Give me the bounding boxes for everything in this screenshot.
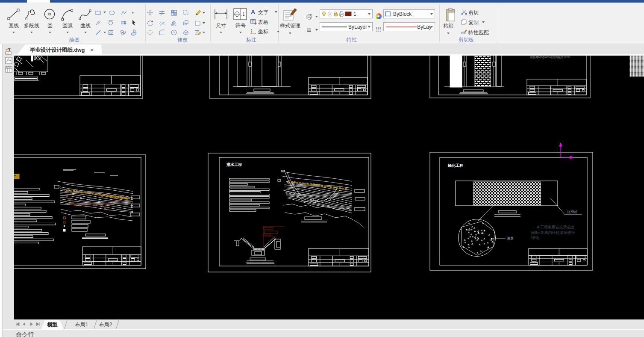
region-icon[interactable] <box>130 29 137 36</box>
circle-icon[interactable] <box>43 8 57 21</box>
lasso-icon[interactable] <box>147 29 153 36</box>
paste-icon[interactable] <box>444 7 456 22</box>
symbol-button[interactable]: 符号 <box>231 22 250 28</box>
rectangle-arrow[interactable] <box>103 12 106 15</box>
command-line[interactable]: 命令行 <box>14 330 644 337</box>
circle-button[interactable]: 圆 <box>41 22 59 28</box>
linetype-combo-arrow[interactable] <box>368 26 371 29</box>
line-icon[interactable] <box>7 8 21 21</box>
symbol-icon[interactable]: .1 <box>233 8 247 21</box>
lineweight-combo[interactable]: ByLay <box>383 22 435 31</box>
polyline2-icon[interactable] <box>121 9 127 16</box>
layer-combo[interactable]: 1 <box>320 9 373 18</box>
polyline-arrow[interactable] <box>30 32 33 35</box>
offset-icon[interactable] <box>159 20 165 27</box>
edit-icon[interactable] <box>194 9 201 16</box>
drawing-canvas[interactable]: 锚筋用M8@400锚固内距为1200排水工程绿化工程抗滑桩灌草本工程采用在抗滑桩… <box>14 56 644 319</box>
chamfer-icon[interactable] <box>159 29 165 36</box>
circle2-arrow[interactable] <box>49 32 51 35</box>
line-button[interactable]: 直线 <box>4 22 23 28</box>
spline-arrow[interactable] <box>84 32 87 35</box>
layer-combo-arrow[interactable] <box>368 13 371 16</box>
construction-line-icon[interactable] <box>95 29 102 36</box>
symbol-arrow[interactable] <box>239 32 242 35</box>
select-arrow-icon[interactable] <box>131 19 138 26</box>
tab-layout1[interactable]: 布局1 <box>72 320 91 329</box>
array-icon[interactable] <box>171 9 177 16</box>
spin-icon[interactable] <box>171 29 177 36</box>
table-icon[interactable] <box>250 18 257 25</box>
rectangle-icon[interactable] <box>95 9 102 16</box>
mirror-icon[interactable] <box>171 20 177 27</box>
file-tab-close-icon[interactable]: × <box>90 46 94 53</box>
list-icon[interactable] <box>306 27 313 33</box>
color-wheel-icon[interactable] <box>375 13 382 20</box>
linetype-combo[interactable]: ByLayer <box>320 22 373 31</box>
color-combo[interactable]: ByBlock <box>383 9 435 18</box>
polyline-icon[interactable] <box>25 8 38 21</box>
layer-panel-icon[interactable] <box>4 56 14 65</box>
arc-button[interactable]: 圆弧 <box>58 22 77 28</box>
spline-icon[interactable] <box>79 8 92 21</box>
spline-button[interactable]: 曲线 <box>76 22 95 28</box>
dimension-icon[interactable] <box>213 8 229 21</box>
lineweight-lines-icon[interactable] <box>375 26 382 33</box>
polyline-button[interactable]: 多段线 <box>22 22 41 28</box>
text-icon[interactable]: A <box>250 8 257 15</box>
point-icon[interactable] <box>131 9 138 16</box>
move-icon[interactable] <box>147 9 153 16</box>
style-manager-button[interactable]: 样式管理 <box>278 22 303 28</box>
erase-icon[interactable] <box>194 20 201 27</box>
arc-arrow[interactable] <box>66 32 69 35</box>
paste-arrow[interactable] <box>447 33 450 35</box>
text-button[interactable]: 文字 <box>258 9 268 16</box>
group-icon[interactable] <box>120 29 126 36</box>
paste-button[interactable]: 粘贴 <box>439 22 458 28</box>
cad-drawing: 锚筋用M8@400锚固内距为1200排水工程绿化工程抗滑桩灌草本工程采用在抗滑桩… <box>14 56 644 319</box>
bolt-icon[interactable] <box>121 19 127 26</box>
file-tab[interactable]: 毕业设计设计图纸.dwg × <box>16 44 102 56</box>
hatch-edit-icon[interactable] <box>194 29 201 36</box>
trim-icon[interactable] <box>159 9 165 16</box>
construction-arrow[interactable] <box>103 32 106 35</box>
coordinate-button[interactable]: 坐标 <box>258 28 268 35</box>
tab-model[interactable]: 模型 <box>41 320 63 329</box>
dimension-arrow[interactable] <box>220 32 222 35</box>
dimension-button[interactable]: 尺寸 <box>212 22 230 28</box>
match-icon[interactable] <box>461 28 468 35</box>
text-arrow[interactable] <box>275 11 277 14</box>
box3d-icon[interactable] <box>182 29 189 36</box>
coordinate-arrow[interactable] <box>277 31 279 34</box>
style-arrow[interactable] <box>289 33 291 35</box>
ellipse-icon[interactable] <box>109 9 115 16</box>
hatch-edit-arrow[interactable] <box>203 32 205 35</box>
copy-button[interactable]: 复制 <box>468 19 479 27</box>
erase-arrow[interactable] <box>203 22 205 25</box>
copy-icon[interactable] <box>461 18 468 25</box>
hatch-icon[interactable] <box>108 29 115 36</box>
text-style-tool-icon[interactable]: T <box>4 46 14 56</box>
circle-tangent-icon[interactable] <box>108 19 115 26</box>
copy-arrow[interactable] <box>482 21 485 24</box>
list-arrow[interactable] <box>315 29 318 32</box>
tab-layout2[interactable]: 布局2 <box>96 320 115 329</box>
line-arrow[interactable] <box>12 32 15 35</box>
arc-icon[interactable] <box>61 8 74 21</box>
stretch-icon[interactable] <box>182 9 189 16</box>
plot-style-arrow[interactable] <box>315 16 318 19</box>
cut-icon[interactable] <box>461 9 468 15</box>
lineweight-combo-arrow[interactable] <box>430 26 433 29</box>
table-button[interactable]: 表格 <box>258 19 268 26</box>
coordinate-icon[interactable] <box>250 28 257 35</box>
edit-arrow[interactable] <box>203 12 205 15</box>
style-manager-icon[interactable] <box>283 7 297 22</box>
color-combo-arrow[interactable] <box>430 13 433 16</box>
cut-button[interactable]: 剪切 <box>468 9 479 17</box>
multiline-icon[interactable] <box>95 19 102 26</box>
match-properties-button[interactable]: 特性匹配 <box>468 29 489 36</box>
plot-style-icon[interactable] <box>306 13 313 20</box>
table-panel-icon[interactable] <box>4 65 14 74</box>
layout-nav-arrows[interactable] <box>15 321 41 327</box>
rotate-icon[interactable] <box>147 20 153 27</box>
overlap-icon[interactable] <box>182 20 189 27</box>
